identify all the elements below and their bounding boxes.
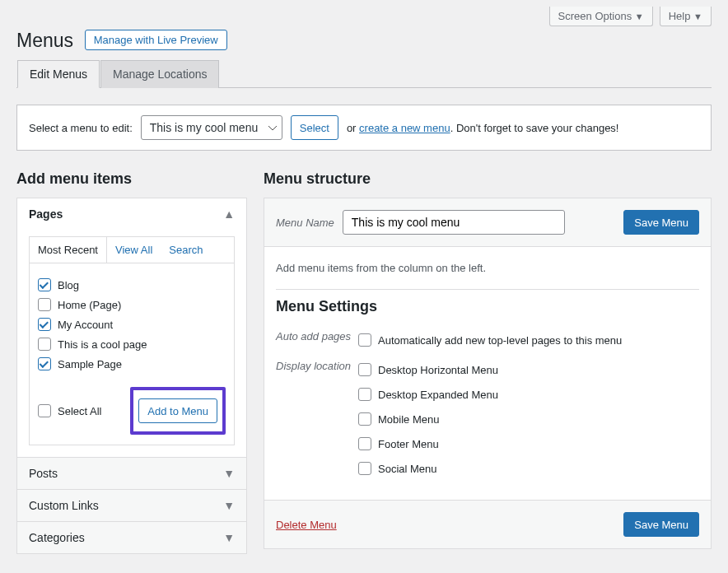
checkbox-loc-social[interactable] — [358, 462, 371, 475]
highlight-add-to-menu: Add to Menu — [130, 387, 226, 435]
accordion-pages[interactable]: Pages ▲ — [17, 198, 246, 230]
checkbox-loc-mobile[interactable] — [358, 412, 371, 426]
subtab-view-all[interactable]: View All — [107, 237, 161, 263]
menu-items-accordion: Pages ▲ Most Recent View All Search B — [16, 198, 247, 554]
tab-edit-menus[interactable]: Edit Menus — [17, 60, 100, 88]
chevron-down-icon: ▼ — [223, 531, 235, 544]
page-title: Menus — [16, 30, 73, 52]
page-label: Blog — [58, 279, 79, 291]
page-label: Home (Page) — [58, 299, 121, 311]
delete-menu-link[interactable]: Delete Menu — [276, 519, 337, 531]
create-new-menu-link[interactable]: create a new menu — [359, 122, 450, 134]
chevron-down-icon: ▼ — [223, 467, 235, 480]
subtab-most-recent[interactable]: Most Recent — [30, 237, 107, 263]
save-menu-button-bottom[interactable]: Save Menu — [623, 512, 699, 537]
chevron-up-icon: ▲ — [223, 207, 235, 221]
help-button[interactable]: Help ▼ — [660, 7, 712, 26]
select-menu-prompt: Select a menu to edit: — [29, 122, 133, 134]
checkbox-page-cool[interactable] — [38, 338, 51, 351]
checkbox-loc-desktop-expanded[interactable] — [358, 388, 371, 401]
auto-add-label: Auto add pages — [276, 330, 358, 350]
checkbox-loc-footer[interactable] — [358, 437, 371, 450]
accordion-categories[interactable]: Categories ▼ — [17, 522, 246, 553]
menu-select-bar: Select a menu to edit: This is my cool m… — [16, 105, 712, 151]
page-label: My Account — [58, 319, 113, 331]
add-menu-items-heading: Add menu items — [16, 170, 247, 188]
tab-manage-locations[interactable]: Manage Locations — [100, 60, 219, 88]
checkbox-select-all[interactable] — [38, 404, 51, 417]
checkbox-loc-desktop-horizontal[interactable] — [358, 363, 371, 376]
menu-select[interactable]: This is my cool menu — [141, 115, 282, 140]
menu-name-input[interactable] — [343, 210, 565, 235]
accordion-custom-links[interactable]: Custom Links ▼ — [17, 490, 246, 521]
checkbox-page-home[interactable] — [38, 298, 51, 311]
subtab-search[interactable]: Search — [161, 237, 211, 263]
page-label: Sample Page — [58, 358, 122, 370]
menu-structure-heading: Menu structure — [264, 170, 712, 188]
display-location-label: Display location — [276, 360, 358, 478]
chevron-down-icon: ▼ — [693, 12, 702, 21]
checkbox-auto-add[interactable] — [358, 333, 371, 347]
save-menu-button-top[interactable]: Save Menu — [623, 210, 699, 235]
select-menu-button[interactable]: Select — [291, 115, 338, 140]
checkbox-page-my-account[interactable] — [38, 318, 51, 331]
checkbox-page-sample[interactable] — [38, 357, 51, 370]
menu-body-hint: Add menu items from the column on the le… — [264, 247, 711, 289]
add-to-menu-button[interactable]: Add to Menu — [138, 398, 217, 423]
chevron-down-icon: ▼ — [635, 12, 644, 21]
accordion-posts[interactable]: Posts ▼ — [17, 458, 246, 489]
checkbox-page-blog[interactable] — [38, 278, 51, 291]
manage-live-preview-button[interactable]: Manage with Live Preview — [85, 30, 227, 50]
page-label: This is a cool page — [58, 338, 147, 351]
screen-options-button[interactable]: Screen Options ▼ — [549, 7, 653, 26]
menu-settings-heading: Menu Settings — [276, 298, 699, 315]
chevron-down-icon: ▼ — [223, 499, 235, 512]
menu-name-label: Menu Name — [276, 217, 334, 229]
